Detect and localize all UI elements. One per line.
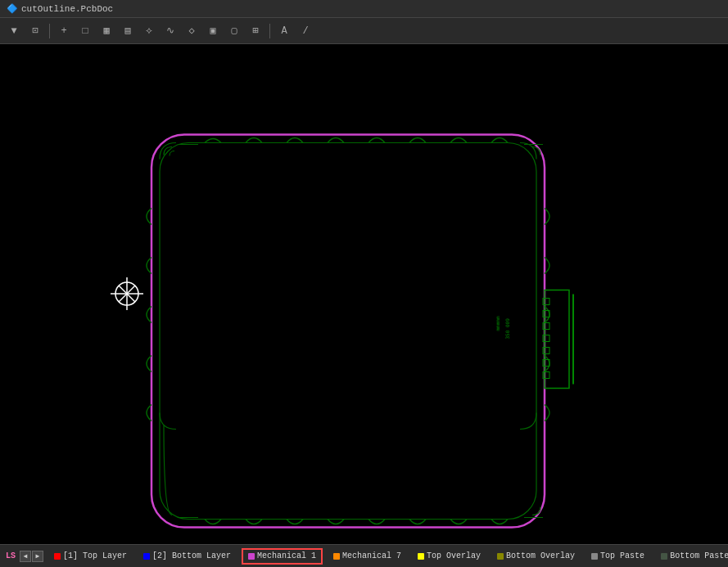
bot-paste-dot: [661, 553, 667, 560]
bottom-layer-dot: [143, 553, 150, 560]
bot-overlay-label: Bottom Overlay: [506, 551, 575, 560]
bot-paste-label: Bottom Paste: [670, 551, 728, 560]
bot-overlay-dot: [497, 553, 504, 560]
top-paste-dot: [591, 553, 598, 560]
region-btn[interactable]: ▢: [225, 22, 243, 40]
text-btn[interactable]: A: [275, 22, 293, 40]
wave-btn[interactable]: ∿: [161, 22, 179, 40]
pcb-canvas: mmmmm 350 009: [0, 44, 728, 544]
nav-prev[interactable]: ◀: [20, 551, 31, 562]
mech1-dot: [248, 553, 255, 560]
svg-text:mmmmm: mmmmm: [495, 316, 500, 331]
top-layer-label: [1] Top Layer: [63, 551, 127, 560]
top-overlay-label: Top Overlay: [427, 551, 481, 560]
mech7-label: Mechanical 7: [342, 551, 401, 560]
top-overlay-dot: [418, 553, 424, 560]
svg-rect-0: [0, 45, 728, 544]
grid-btn[interactable]: ▦: [97, 22, 115, 40]
canvas-area[interactable]: mmmmm 350 009: [0, 44, 728, 544]
layer-tab-mech7[interactable]: Mechanical 7: [328, 548, 407, 565]
diamond-btn[interactable]: ◇: [183, 22, 201, 40]
layer-tab-bot-overlay[interactable]: Bottom Overlay: [491, 548, 581, 565]
bottom-layer-label: [2] Bottom Layer: [152, 551, 231, 560]
mech7-dot: [333, 553, 340, 560]
inspect-btn[interactable]: ⊡: [26, 22, 44, 40]
layer-tab-top[interactable]: [1] Top Layer: [48, 548, 133, 565]
add-btn[interactable]: +: [55, 22, 73, 40]
layer-tab-top-paste[interactable]: Top Paste: [586, 548, 650, 565]
mech1-label: Mechanical 1: [257, 551, 316, 560]
arc-btn[interactable]: ⟡: [140, 22, 158, 40]
sep1: [49, 24, 50, 38]
title-icon: 🔷: [7, 3, 18, 14]
titlebar: 🔷 cutOutline.PcbDoc: [0, 0, 728, 18]
title-text: cutOutline.PcbDoc: [21, 4, 113, 14]
ls-label: LS: [3, 551, 18, 560]
nav-next[interactable]: ▶: [32, 551, 43, 562]
line-btn[interactable]: /: [296, 22, 314, 40]
sep2: [269, 24, 270, 38]
toolbar: ▼ ⊡ + □ ▦ ▤ ⟡ ∿ ◇ ▣ ▢ ⊞ A /: [0, 18, 728, 44]
top-paste-label: Top Paste: [600, 551, 644, 560]
layer-nav[interactable]: ◀ ▶: [20, 551, 43, 562]
layer-btn[interactable]: ▤: [119, 22, 137, 40]
fill-btn[interactable]: ▣: [204, 22, 222, 40]
layer-tab-bot-paste[interactable]: Bottom Paste: [655, 548, 728, 565]
rect-btn[interactable]: □: [76, 22, 94, 40]
statusbar: LS ◀ ▶ [1] Top Layer [2] Bottom Layer Me…: [0, 544, 728, 567]
layer-tab-bottom[interactable]: [2] Bottom Layer: [138, 548, 237, 565]
table-btn[interactable]: ⊞: [246, 22, 265, 40]
layer-tab-top-overlay[interactable]: Top Overlay: [412, 548, 486, 565]
top-layer-dot: [54, 553, 61, 560]
svg-text:350 009: 350 009: [504, 318, 510, 340]
filter-btn[interactable]: ▼: [5, 22, 23, 40]
layer-tab-mech1[interactable]: Mechanical 1: [242, 548, 323, 565]
